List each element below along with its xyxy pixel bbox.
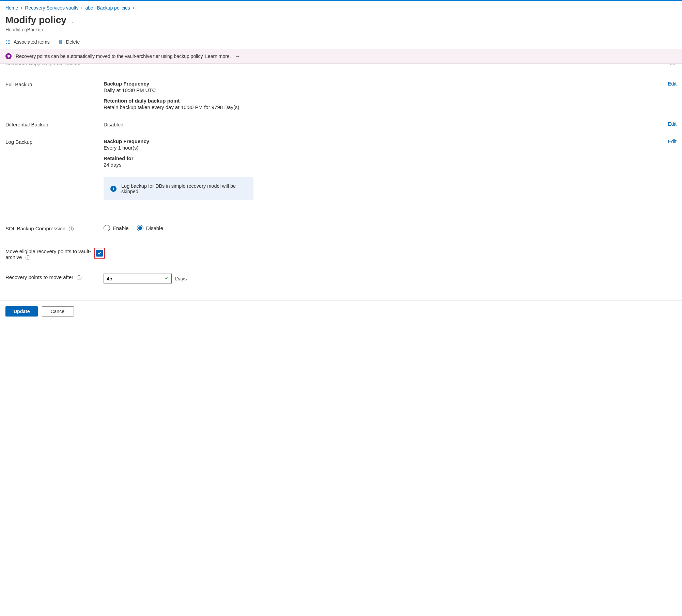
full-backup-frequency-label: Backup Frequency [104,81,656,87]
sql-compression-section: SQL Backup Compression i Enable Disable [0,221,682,231]
chevron-right-icon: › [133,5,134,10]
move-archive-section: Move eligible recovery points to vault-a… [0,231,682,260]
move-after-label: Recovery points to move after i [5,274,104,283]
rocket-icon [5,53,12,59]
info-tooltip-icon[interactable]: i [26,255,30,260]
full-backup-retention-value: Retain backup taken every day at 10:30 P… [104,104,656,110]
chevron-right-icon: › [21,5,22,10]
snapshot-copy-row-truncated: Snapshot Copy Only Full Backup Edit [0,64,682,66]
full-backup-section: Full Backup Backup Frequency Daily at 10… [0,70,682,110]
page-header: Modify policy ··· [0,13,682,26]
full-backup-edit-link[interactable]: Edit [668,81,677,87]
breadcrumb-policy[interactable]: abc | Backup policies [86,5,130,11]
compression-disable-label: Disable [146,225,163,231]
more-actions-icon[interactable]: ··· [72,19,76,25]
footer-buttons: Update Cancel [0,301,682,322]
differential-backup-edit-link[interactable]: Edit [668,121,677,127]
associated-items-label: Associated items [14,39,50,45]
compression-enable-radio[interactable]: Enable [104,225,129,231]
log-backup-label: Log Backup [5,138,104,200]
check-icon [97,251,102,256]
move-after-section: Recovery points to move after i Days [0,260,682,283]
log-backup-edit-link[interactable]: Edit [668,138,677,144]
log-backup-info-text: Log backup for DBs in simple recovery mo… [121,183,247,194]
list-icon [5,39,11,45]
chevron-right-icon: › [81,5,83,10]
banner-text: Recovery points can be automatically mov… [16,53,231,59]
highlight-box [94,248,105,259]
move-after-input-wrap [104,274,172,283]
move-after-unit: Days [175,276,187,281]
command-bar: Associated items Delete [0,36,682,49]
archive-tier-banner: Recovery points can be automatically mov… [0,49,682,64]
associated-items-button[interactable]: Associated items [5,39,50,45]
compression-disable-radio[interactable]: Disable [137,225,163,231]
breadcrumb-vaults[interactable]: Recovery Services vaults [25,5,78,11]
compression-enable-label: Enable [113,225,129,231]
arrow-right-icon[interactable]: → [235,53,241,59]
update-button[interactable]: Update [5,306,38,317]
sql-compression-label: SQL Backup Compression i [5,225,104,231]
info-tooltip-icon[interactable]: i [69,227,74,231]
valid-check-icon [164,276,169,281]
full-backup-frequency-value: Daily at 10:30 PM UTC [104,87,656,93]
trash-icon [58,39,63,45]
info-tooltip-icon[interactable]: i [77,275,81,280]
delete-label: Delete [66,39,80,45]
full-backup-retention-label: Retention of daily backup point [104,98,656,104]
differential-backup-label: Differential Backup [5,121,104,127]
page-subtitle: HourlyLogBackup [0,26,682,36]
log-backup-retention-value: 24 days [104,162,656,168]
log-backup-retention-label: Retained for [104,155,656,161]
log-backup-frequency-label: Backup Frequency [104,138,656,144]
breadcrumb: Home › Recovery Services vaults › abc | … [0,1,682,13]
log-backup-section: Log Backup Backup Frequency Every 1 hour… [0,127,682,200]
delete-button[interactable]: Delete [58,39,80,45]
log-backup-frequency-value: Every 1 hour(s) [104,145,656,151]
full-backup-label: Full Backup [5,81,104,110]
log-backup-info-box: i Log backup for DBs in simple recovery … [104,177,253,200]
differential-backup-value: Disabled [104,122,656,127]
page-title: Modify policy [5,15,66,26]
move-after-input[interactable] [107,276,154,281]
cancel-button[interactable]: Cancel [42,306,74,317]
move-archive-label: Move eligible recovery points to vault-a… [5,248,94,260]
breadcrumb-home[interactable]: Home [5,5,18,11]
move-archive-checkbox[interactable] [96,250,103,257]
info-icon: i [110,186,117,192]
differential-backup-section: Differential Backup Disabled Edit [0,110,682,127]
